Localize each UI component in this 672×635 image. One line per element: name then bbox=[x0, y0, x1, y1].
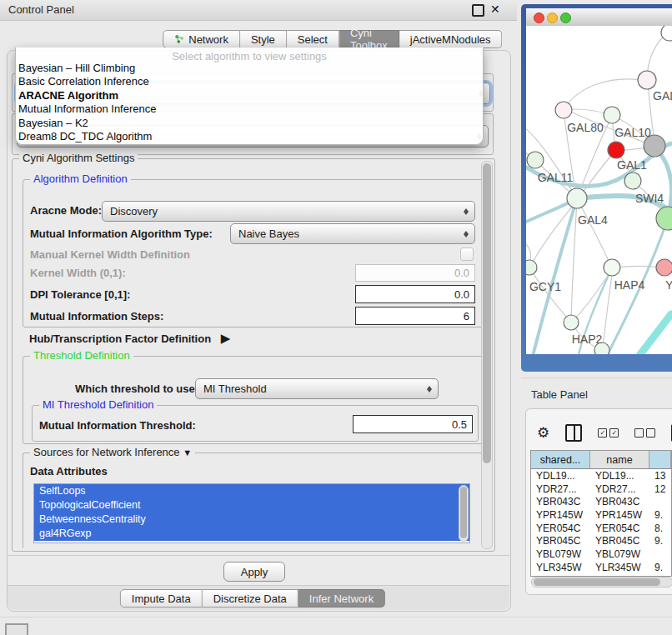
dropdown-item[interactable]: Basic Correlation Inference bbox=[16, 75, 483, 88]
table-row[interactable]: YER054CYER054C8. bbox=[531, 522, 671, 535]
table-hscrollbar[interactable] bbox=[531, 577, 672, 588]
dropdown-item-selected[interactable]: ARACNE Algorithm bbox=[16, 89, 483, 102]
cell: YDR27... bbox=[590, 483, 649, 495]
algorithm-definition-group: Algorithm Definition Aracne Mode: Discov… bbox=[23, 179, 488, 328]
network-icon bbox=[174, 34, 184, 44]
mi-steps-field[interactable]: 6 bbox=[355, 307, 475, 325]
table-row[interactable]: YBL079WYBL079W bbox=[531, 548, 671, 561]
column-layout-icon[interactable] bbox=[565, 424, 582, 442]
sources-title-text: Sources for Network Inference bbox=[33, 446, 180, 458]
list-item[interactable]: TopologicalCoefficient bbox=[34, 498, 469, 512]
node-label: GAL1 bbox=[617, 158, 647, 172]
cell: YBR043C bbox=[590, 496, 649, 508]
screen: Control Panel ✕ gal-filtered sif default… bbox=[0, 0, 672, 635]
table-row[interactable]: YDR27...YDR27...12 bbox=[531, 482, 671, 496]
node-gal11[interactable] bbox=[527, 152, 544, 168]
tab-select[interactable]: Select bbox=[287, 30, 339, 48]
column-header-name[interactable]: name bbox=[590, 451, 649, 468]
node-gal7[interactable] bbox=[638, 71, 656, 89]
cell: 9. bbox=[649, 562, 671, 573]
dropdown-prompt: Select algorithm to view settings bbox=[16, 48, 483, 62]
node[interactable] bbox=[661, 26, 672, 41]
algorithm-dropdown-popup: Select algorithm to view settings Bayesi… bbox=[15, 48, 484, 145]
dropdown-item[interactable]: Bayesian – K2 bbox=[16, 117, 483, 130]
cell: 9. bbox=[649, 509, 671, 521]
column-header-shared-name[interactable]: shared... bbox=[531, 451, 590, 468]
column-header-partial[interactable] bbox=[649, 451, 671, 468]
settings-scrollbar[interactable] bbox=[481, 161, 493, 549]
list-item[interactable]: gal4RGexp bbox=[34, 527, 469, 541]
tab-cyni-toolbox[interactable]: Cyni Toolbox bbox=[339, 30, 399, 48]
which-threshold-combobox[interactable]: MI Threshold bbox=[195, 378, 439, 399]
settings-scrollbar-thumb[interactable] bbox=[483, 163, 491, 463]
list-scrollbar[interactable] bbox=[459, 485, 469, 542]
mi-type-combobox[interactable]: Naive Bayes bbox=[230, 223, 475, 244]
hub-definition-toggle[interactable]: Hub/Transcription Factor Definition ▶ bbox=[29, 331, 230, 346]
apply-button[interactable]: Apply bbox=[223, 562, 285, 582]
node-hap4[interactable] bbox=[604, 259, 620, 276]
list-scrollbar-thumb[interactable] bbox=[460, 487, 467, 538]
mi-threshold-label: Mutual Information Threshold: bbox=[39, 419, 196, 432]
node-green-large[interactable] bbox=[656, 207, 672, 230]
sources-group-title[interactable]: Sources for Network Inference ▼ bbox=[30, 446, 195, 458]
list-item[interactable]: BetweennessCentrality bbox=[34, 512, 469, 527]
tab-impute-data[interactable]: Impute Data bbox=[120, 589, 203, 608]
kernel-width-value: 0.0 bbox=[454, 267, 469, 279]
dropdown-item[interactable]: Bayesian – Hill Climbing bbox=[16, 62, 483, 75]
minimize-traffic-light[interactable] bbox=[547, 12, 558, 23]
tab-network[interactable]: Network bbox=[163, 30, 240, 48]
network-canvas[interactable]: GAL GAL80 GAL10 GAL1 GAL11 SWI4 GAL4 GCY… bbox=[526, 26, 672, 354]
sources-group: Sources for Network Inference ▼ Data Att… bbox=[23, 452, 488, 548]
control-panel-title: Control Panel bbox=[8, 3, 74, 16]
dropdown-item[interactable]: Mutual Information Inference bbox=[16, 102, 483, 116]
stepper-icon bbox=[426, 383, 434, 395]
table-header-row: shared... name bbox=[531, 451, 671, 469]
deselect-all-checks-icon[interactable] bbox=[634, 428, 655, 438]
node-gal1[interactable] bbox=[608, 142, 624, 158]
close-traffic-light[interactable] bbox=[534, 12, 544, 23]
node-gal10[interactable] bbox=[604, 107, 620, 123]
tab-discretize-data[interactable]: Discretize Data bbox=[203, 589, 298, 608]
mi-type-label: Mutual Information Algorithm Type: bbox=[30, 228, 213, 240]
dpi-tolerance-label: DPI Tolerance [0,1]: bbox=[30, 288, 130, 301]
cyni-bottom-tabs: Impute Data Discretize Data Infer Networ… bbox=[120, 589, 385, 608]
cell: YBL079W bbox=[590, 548, 649, 560]
node-gal4[interactable] bbox=[567, 188, 587, 208]
collapsed-panel-box[interactable] bbox=[5, 623, 28, 635]
dropdown-item[interactable]: Dream8 DC_TDC Algorithm bbox=[16, 130, 483, 143]
close-icon[interactable]: ✕ bbox=[490, 4, 500, 14]
table-row[interactable]: YPR145WYPR145W9. bbox=[531, 508, 671, 522]
gear-icon[interactable]: ⚙ bbox=[537, 426, 549, 440]
dpi-tolerance-field[interactable]: 0.0 bbox=[355, 285, 475, 303]
cell: YDL19... bbox=[531, 470, 590, 482]
table-row[interactable]: YLR345WYLR345W9. bbox=[531, 561, 671, 574]
float-window-icon[interactable] bbox=[472, 4, 484, 17]
zoom-traffic-light[interactable] bbox=[560, 12, 571, 23]
node-pink[interactable] bbox=[656, 259, 672, 276]
table-row[interactable]: YBR045CYBR045C9. bbox=[531, 534, 671, 548]
tab-infer-network[interactable]: Infer Network bbox=[298, 589, 385, 608]
tab-style[interactable]: Style bbox=[240, 30, 287, 48]
divider bbox=[521, 378, 672, 378]
list-item[interactable]: SelfLoops bbox=[34, 484, 469, 498]
edge bbox=[579, 201, 610, 265]
edge bbox=[579, 152, 614, 197]
dpi-tolerance-value: 0.0 bbox=[454, 288, 469, 301]
aracne-mode-label: Aracne Mode: bbox=[30, 204, 102, 217]
select-all-checks-icon[interactable]: ✓ ✓ bbox=[598, 428, 619, 438]
aracne-mode-combobox[interactable]: Discovery bbox=[102, 201, 475, 222]
node-gal80[interactable] bbox=[555, 102, 572, 118]
node-gcy1[interactable] bbox=[526, 260, 537, 275]
node-hap2[interactable] bbox=[564, 315, 579, 330]
node-swi4[interactable] bbox=[624, 172, 641, 189]
table-row[interactable]: YDL19...YDL19...13 bbox=[531, 469, 671, 482]
table-hscrollbar-thumb[interactable] bbox=[534, 578, 660, 586]
node-label: GAL80 bbox=[567, 121, 604, 134]
tab-jactivemnodules[interactable]: jActiveMNodules bbox=[399, 30, 503, 48]
node-label: GAL4 bbox=[578, 213, 608, 227]
unchecked-box-icon bbox=[634, 428, 644, 438]
table-row[interactable]: YBR043CYBR043C bbox=[531, 495, 671, 508]
kernel-width-label: Kernel Width (0,1): bbox=[30, 267, 126, 279]
mi-threshold-field[interactable]: 0.5 bbox=[353, 415, 473, 433]
network-window-titlebar[interactable] bbox=[526, 8, 672, 27]
